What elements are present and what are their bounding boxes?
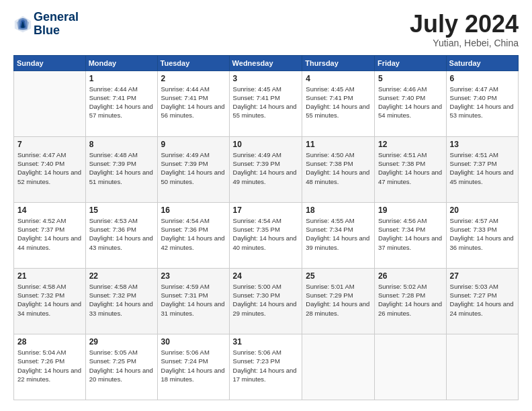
cell-sun-info: Sunrise: 5:04 AMSunset: 7:26 PMDaylight:…: [17, 348, 82, 383]
calendar-header-saturday: Saturday: [446, 55, 518, 71]
calendar-cell: 25Sunrise: 5:01 AMSunset: 7:29 PMDayligh…: [302, 268, 375, 334]
cell-sun-info: Sunrise: 4:46 AMSunset: 7:40 PMDaylight:…: [378, 85, 443, 120]
calendar-cell: 6Sunrise: 4:47 AMSunset: 7:40 PMDaylight…: [446, 71, 518, 136]
calendar-cell: 16Sunrise: 4:54 AMSunset: 7:36 PMDayligh…: [157, 202, 229, 268]
calendar-cell: 28Sunrise: 5:04 AMSunset: 7:26 PMDayligh…: [14, 334, 86, 400]
calendar-cell: 13Sunrise: 4:51 AMSunset: 7:37 PMDayligh…: [446, 136, 518, 202]
calendar-week-3: 14Sunrise: 4:52 AMSunset: 7:37 PMDayligh…: [14, 202, 519, 268]
calendar-cell: 11Sunrise: 4:50 AMSunset: 7:38 PMDayligh…: [302, 136, 375, 202]
calendar-cell: [302, 334, 375, 400]
cell-day-number: 26: [378, 271, 443, 281]
calendar-cell: 9Sunrise: 4:49 AMSunset: 7:39 PMDaylight…: [157, 136, 229, 202]
cell-day-number: 2: [161, 74, 226, 83]
calendar-week-2: 7Sunrise: 4:47 AMSunset: 7:40 PMDaylight…: [14, 136, 519, 202]
calendar-table: SundayMondayTuesdayWednesdayThursdayFrid…: [13, 55, 519, 400]
calendar-cell: 7Sunrise: 4:47 AMSunset: 7:40 PMDaylight…: [14, 136, 86, 202]
cell-day-number: 5: [378, 74, 443, 83]
cell-day-number: 27: [450, 271, 515, 281]
cell-day-number: 19: [378, 205, 443, 215]
cell-sun-info: Sunrise: 4:58 AMSunset: 7:32 PMDaylight:…: [17, 282, 82, 318]
cell-sun-info: Sunrise: 4:53 AMSunset: 7:36 PMDaylight:…: [89, 216, 154, 252]
calendar-header-monday: Monday: [85, 55, 157, 71]
calendar-header-row: SundayMondayTuesdayWednesdayThursdayFrid…: [14, 55, 519, 71]
calendar-cell: 21Sunrise: 4:58 AMSunset: 7:32 PMDayligh…: [14, 268, 86, 334]
cell-day-number: 28: [17, 337, 82, 347]
cell-day-number: 12: [378, 140, 443, 149]
header: General Blue July 2024 Yutian, Hebei, Ch…: [13, 11, 519, 48]
calendar-cell: [446, 334, 518, 400]
calendar-cell: 26Sunrise: 5:02 AMSunset: 7:28 PMDayligh…: [374, 268, 446, 334]
calendar-cell: 12Sunrise: 4:51 AMSunset: 7:38 PMDayligh…: [374, 136, 446, 202]
calendar-header-thursday: Thursday: [302, 55, 375, 71]
calendar-cell: 31Sunrise: 5:06 AMSunset: 7:23 PMDayligh…: [229, 334, 302, 400]
cell-sun-info: Sunrise: 5:01 AMSunset: 7:29 PMDaylight:…: [306, 282, 371, 318]
calendar-cell: 5Sunrise: 4:46 AMSunset: 7:40 PMDaylight…: [374, 71, 446, 136]
cell-sun-info: Sunrise: 4:55 AMSunset: 7:34 PMDaylight:…: [306, 216, 371, 252]
logo-text: General Blue: [34, 11, 79, 38]
cell-sun-info: Sunrise: 4:52 AMSunset: 7:37 PMDaylight:…: [17, 216, 82, 252]
cell-day-number: 20: [450, 205, 515, 215]
cell-day-number: 29: [89, 337, 154, 347]
cell-day-number: 14: [17, 205, 82, 215]
cell-sun-info: Sunrise: 4:47 AMSunset: 7:40 PMDaylight:…: [17, 150, 82, 186]
cell-day-number: 24: [233, 271, 299, 281]
cell-sun-info: Sunrise: 4:45 AMSunset: 7:41 PMDaylight:…: [233, 85, 299, 120]
calendar-cell: 10Sunrise: 4:49 AMSunset: 7:39 PMDayligh…: [229, 136, 302, 202]
cell-sun-info: Sunrise: 4:49 AMSunset: 7:39 PMDaylight:…: [161, 150, 226, 186]
calendar-week-4: 21Sunrise: 4:58 AMSunset: 7:32 PMDayligh…: [14, 268, 519, 334]
cell-day-number: 22: [89, 271, 154, 281]
cell-sun-info: Sunrise: 4:51 AMSunset: 7:37 PMDaylight:…: [450, 150, 515, 186]
calendar-cell: 20Sunrise: 4:57 AMSunset: 7:33 PMDayligh…: [446, 202, 518, 268]
cell-sun-info: Sunrise: 4:48 AMSunset: 7:39 PMDaylight:…: [89, 150, 154, 186]
cell-day-number: 13: [450, 140, 515, 149]
cell-day-number: 7: [17, 140, 82, 149]
cell-sun-info: Sunrise: 4:58 AMSunset: 7:32 PMDaylight:…: [89, 282, 154, 318]
calendar-header-friday: Friday: [374, 55, 446, 71]
cell-day-number: 15: [89, 205, 154, 215]
cell-sun-info: Sunrise: 5:03 AMSunset: 7:27 PMDaylight:…: [450, 282, 515, 318]
page: General Blue July 2024 Yutian, Hebei, Ch…: [0, 0, 532, 411]
location: Yutian, Hebei, China: [410, 38, 519, 48]
calendar-cell: 3Sunrise: 4:45 AMSunset: 7:41 PMDaylight…: [229, 71, 302, 136]
calendar-cell: 19Sunrise: 4:56 AMSunset: 7:34 PMDayligh…: [374, 202, 446, 268]
cell-sun-info: Sunrise: 5:06 AMSunset: 7:23 PMDaylight:…: [233, 348, 299, 383]
cell-day-number: 30: [161, 337, 226, 347]
calendar-cell: 27Sunrise: 5:03 AMSunset: 7:27 PMDayligh…: [446, 268, 518, 334]
calendar-header-tuesday: Tuesday: [157, 55, 229, 71]
calendar-header-wednesday: Wednesday: [229, 55, 302, 71]
cell-sun-info: Sunrise: 4:54 AMSunset: 7:35 PMDaylight:…: [233, 216, 299, 252]
cell-sun-info: Sunrise: 5:06 AMSunset: 7:24 PMDaylight:…: [161, 348, 226, 383]
cell-day-number: 4: [306, 74, 371, 83]
cell-sun-info: Sunrise: 4:51 AMSunset: 7:38 PMDaylight:…: [378, 150, 443, 186]
cell-sun-info: Sunrise: 4:59 AMSunset: 7:31 PMDaylight:…: [161, 282, 226, 318]
month-year: July 2024: [410, 11, 519, 38]
cell-sun-info: Sunrise: 4:45 AMSunset: 7:41 PMDaylight:…: [306, 85, 371, 120]
cell-day-number: 21: [17, 271, 82, 281]
cell-day-number: 23: [161, 271, 226, 281]
cell-day-number: 17: [233, 205, 299, 215]
cell-day-number: 3: [233, 74, 299, 83]
calendar-body: 1Sunrise: 4:44 AMSunset: 7:41 PMDaylight…: [14, 71, 519, 400]
calendar-cell: 1Sunrise: 4:44 AMSunset: 7:41 PMDaylight…: [85, 71, 157, 136]
calendar-week-5: 28Sunrise: 5:04 AMSunset: 7:26 PMDayligh…: [14, 334, 519, 400]
calendar-cell: 23Sunrise: 4:59 AMSunset: 7:31 PMDayligh…: [157, 268, 229, 334]
cell-sun-info: Sunrise: 5:02 AMSunset: 7:28 PMDaylight:…: [378, 282, 443, 318]
cell-sun-info: Sunrise: 4:54 AMSunset: 7:36 PMDaylight:…: [161, 216, 226, 252]
title-block: July 2024 Yutian, Hebei, China: [410, 11, 519, 48]
calendar-week-1: 1Sunrise: 4:44 AMSunset: 7:41 PMDaylight…: [14, 71, 519, 136]
calendar-cell: [374, 334, 446, 400]
cell-sun-info: Sunrise: 5:05 AMSunset: 7:25 PMDaylight:…: [89, 348, 154, 383]
cell-day-number: 1: [89, 74, 154, 83]
cell-sun-info: Sunrise: 4:44 AMSunset: 7:41 PMDaylight:…: [89, 85, 154, 120]
calendar-cell: 18Sunrise: 4:55 AMSunset: 7:34 PMDayligh…: [302, 202, 375, 268]
calendar-header-sunday: Sunday: [14, 55, 86, 71]
calendar-cell: 15Sunrise: 4:53 AMSunset: 7:36 PMDayligh…: [85, 202, 157, 268]
calendar-cell: 8Sunrise: 4:48 AMSunset: 7:39 PMDaylight…: [85, 136, 157, 202]
cell-day-number: 31: [233, 337, 299, 347]
cell-sun-info: Sunrise: 4:57 AMSunset: 7:33 PMDaylight:…: [450, 216, 515, 252]
logo-icon: [13, 15, 32, 34]
cell-sun-info: Sunrise: 4:49 AMSunset: 7:39 PMDaylight:…: [233, 150, 299, 186]
calendar-cell: 29Sunrise: 5:05 AMSunset: 7:25 PMDayligh…: [85, 334, 157, 400]
calendar-cell: 2Sunrise: 4:44 AMSunset: 7:41 PMDaylight…: [157, 71, 229, 136]
calendar-cell: 24Sunrise: 5:00 AMSunset: 7:30 PMDayligh…: [229, 268, 302, 334]
